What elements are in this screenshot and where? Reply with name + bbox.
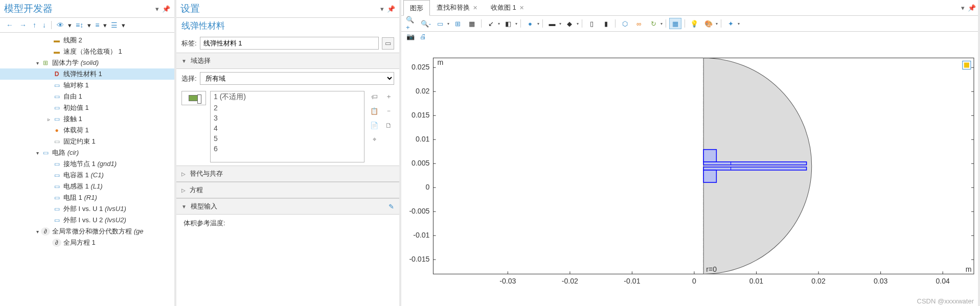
clear-icon[interactable]: 🗋 (383, 120, 394, 131)
copy-icon[interactable]: 📋 (369, 105, 380, 116)
domain-item[interactable]: 6 (211, 144, 364, 154)
light-icon[interactable]: 💡 (688, 18, 700, 29)
tree-row[interactable]: ▭外部 I vs. U 1 (IvsU1) (0, 203, 174, 215)
model-input-header[interactable]: ▼ 模型输入 ✎ (176, 198, 399, 215)
plot-area[interactable]: m m r=0 0.0250.020.0150.010.0050-0.005-0… (401, 41, 978, 306)
pin-icon[interactable]: 📌 (387, 5, 395, 13)
paste-icon[interactable]: 🏷 (369, 91, 380, 102)
model-tree[interactable]: ▬线圈 2▬速度（洛伦兹项） 1▾⊞固体力学 (solid)D线弹性材料 1▭轴… (0, 33, 174, 306)
up-button[interactable]: ↑ (31, 20, 38, 30)
edge-icon[interactable]: ◆ (563, 18, 576, 29)
back-button[interactable]: ← (4, 20, 15, 30)
tree-row[interactable]: ▾▭电路 (cir) (0, 147, 174, 158)
tree-row[interactable]: ▭自由 1 (0, 91, 174, 102)
domain-item[interactable]: 5 (211, 133, 364, 144)
domain-item[interactable]: 4 (211, 123, 364, 133)
list-icon[interactable]: ☰ (109, 20, 120, 30)
equation-header[interactable]: ▷ 方程 (176, 182, 399, 198)
zoom-box-icon[interactable]: ▭ (434, 18, 446, 29)
svg-text:-0.03: -0.03 (499, 277, 516, 285)
svg-text:0.01: 0.01 (749, 277, 764, 285)
expander-icon[interactable]: ▾ (34, 60, 41, 66)
tab[interactable]: 图形 (403, 0, 430, 16)
tree-row[interactable]: ▬速度（洛伦兹项） 1 (0, 46, 174, 57)
expand-icon[interactable]: ≡↕ (74, 20, 85, 30)
forward-button[interactable]: → (17, 20, 29, 30)
tree-row[interactable]: D线弹性材料 1 (0, 68, 174, 80)
tree-row[interactable]: ▹▭接触 1 (0, 113, 174, 125)
down-button[interactable]: ↓ (40, 20, 48, 30)
model-builder-panel: 模型开发器 ▾ 📌 ← → ↑ ↓ 👁▾ ≡↕▾ ≡▾ ☰▾ ▬线圈 2▬速度（… (0, 0, 176, 306)
tag-label: 标签: (181, 39, 197, 48)
view-icon[interactable]: ◧ (502, 18, 514, 29)
clipboard-icon[interactable]: 📄 (369, 120, 380, 131)
show-icon[interactable]: 👁 (55, 20, 66, 30)
remove-button[interactable]: － (383, 105, 394, 116)
tree-row[interactable]: ▭电容器 1 (C1) (0, 170, 174, 181)
select-all-icon[interactable]: ▯ (585, 18, 598, 29)
tree-label: 速度（洛伦兹项） 1 (63, 47, 174, 56)
axis-icon[interactable]: ↙ (485, 18, 497, 29)
tree-row[interactable]: ▭固定约束 1 (0, 136, 174, 147)
tree-row[interactable]: ▭电感器 1 (L1) (0, 181, 174, 192)
close-icon[interactable]: ✕ (519, 5, 524, 11)
zoom-selected-icon[interactable]: ▦ (466, 18, 478, 29)
expander-icon[interactable]: ▾ (34, 229, 41, 234)
refresh-icon[interactable]: ↻ (647, 18, 659, 29)
tree-row[interactable]: ▭轴对称 1 (0, 80, 174, 91)
domain-item[interactable]: 1 (不适用) (211, 91, 364, 103)
collapse-icon[interactable]: ≡ (93, 20, 101, 30)
override-header[interactable]: ▷ 替代与共存 (176, 166, 399, 182)
tag-link-button[interactable]: ▭ (382, 37, 394, 50)
chevron-right-icon: ▷ (181, 187, 186, 193)
activate-toggle[interactable] (181, 91, 206, 105)
zoom-in-icon[interactable]: 🔍+ (405, 18, 418, 29)
dropdown-icon[interactable]: ▾ (380, 5, 384, 13)
grid-icon[interactable]: ▦ (669, 18, 681, 29)
tree-label: 电感器 1 (L1) (63, 182, 174, 191)
tag-input[interactable] (200, 37, 379, 50)
tab[interactable]: 收敛图 1✕ (484, 0, 531, 15)
close-icon[interactable]: ✕ (473, 5, 477, 11)
zoom-select-icon[interactable]: ⌖ (369, 134, 380, 145)
pin-icon[interactable]: 📌 (162, 5, 170, 13)
tab[interactable]: 查找和替换✕ (430, 0, 484, 15)
link-icon[interactable]: ∞ (633, 18, 645, 29)
tree-row[interactable]: ▭初始值 1 (0, 102, 174, 113)
tab-label: 收敛图 1 (491, 3, 516, 12)
tree-row[interactable]: ▾∂全局常微分和微分代数方程 (ge (0, 226, 174, 237)
dropdown-icon[interactable]: ▾ (961, 4, 965, 12)
selection-row: 选择: 所有域 (176, 69, 399, 88)
tree-row[interactable]: ▾⊞固体力学 (solid) (0, 57, 174, 68)
pin-icon[interactable]: 📌 (968, 4, 976, 12)
add-button[interactable]: ＋ (383, 91, 394, 102)
tab-label: 查找和替换 (437, 3, 470, 12)
aperture-icon[interactable]: ✦ (724, 18, 737, 29)
dropdown-icon[interactable]: ▾ (155, 5, 159, 13)
svg-text:0.02: 0.02 (416, 87, 430, 95)
domain-list[interactable]: 1 (不适用)23456 (210, 91, 364, 162)
domain-item[interactable]: 3 (211, 113, 364, 123)
tree-row[interactable]: ▭电阻 1 (R1) (0, 192, 174, 203)
tree-label: 电阻 1 (R1) (63, 193, 174, 202)
domain-item[interactable]: 2 (211, 103, 364, 113)
zoom-extents-icon[interactable]: ⊞ (451, 18, 464, 29)
domain-icon[interactable]: ● (524, 18, 536, 29)
tree-row[interactable]: ▬线圈 2 (0, 35, 174, 46)
tree-row[interactable]: ▭接地节点 1 (gnd1) (0, 158, 174, 170)
edit-icon[interactable]: ✎ (389, 203, 394, 210)
tree-row[interactable]: ∂全局方程 1 (0, 237, 174, 248)
tree-row[interactable]: ●体载荷 1 (0, 125, 174, 136)
selection-dropdown[interactable]: 所有域 (200, 72, 394, 85)
zoom-out-icon[interactable]: 🔍- (420, 18, 432, 29)
palette-icon[interactable]: 🎨 (702, 18, 715, 29)
mesh-icon[interactable]: ⬡ (619, 18, 631, 29)
print-icon[interactable]: 🖨 (420, 33, 426, 40)
expander-icon[interactable]: ▹ (45, 116, 52, 122)
camera-icon[interactable]: 📷 (406, 33, 415, 40)
boundary-icon[interactable]: ▬ (546, 18, 558, 29)
deselect-icon[interactable]: ▮ (600, 18, 612, 29)
domain-selection-header[interactable]: ▼ 域选择 (176, 53, 399, 69)
expander-icon[interactable]: ▾ (34, 150, 41, 156)
tree-row[interactable]: ▭外部 I vs. U 2 (IvsU2) (0, 215, 174, 226)
